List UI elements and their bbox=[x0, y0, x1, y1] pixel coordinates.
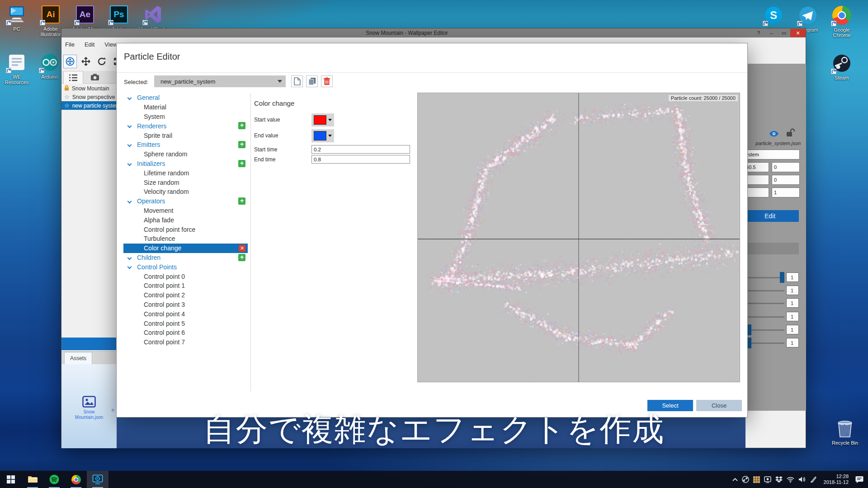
tree-item-color-change[interactable]: Color change✕ bbox=[123, 244, 248, 253]
maximize-button[interactable]: ▭ bbox=[778, 29, 790, 37]
tab-snapshot[interactable] bbox=[85, 71, 105, 84]
start-time-input[interactable] bbox=[311, 145, 410, 154]
tree-item-turbulence[interactable]: Turbulence bbox=[123, 234, 248, 244]
taskbar-file-explorer[interactable] bbox=[22, 471, 43, 488]
taskbar-spotify[interactable] bbox=[43, 471, 65, 488]
layer-item[interactable]: Snow Mountain bbox=[61, 84, 117, 93]
desktop-icon-chrome[interactable]: Google Chrome bbox=[826, 5, 858, 38]
tree-item-initializers[interactable]: Initializers+ bbox=[123, 159, 248, 169]
add-operators-button[interactable]: + bbox=[238, 197, 245, 205]
tree-item-movement[interactable]: Movement bbox=[123, 206, 248, 216]
name-field[interactable]: system bbox=[741, 150, 800, 160]
layer-item[interactable]: ☆new particle system bbox=[61, 101, 117, 110]
wallpaper-engine-tray-icon[interactable] bbox=[764, 476, 771, 483]
add-renderers-button[interactable]: + bbox=[238, 122, 245, 129]
tree-item-lifetime-random[interactable]: Lifetime random bbox=[123, 168, 248, 178]
wifi-tray-icon[interactable] bbox=[787, 477, 794, 483]
tree-item-emitters[interactable]: Emitters+ bbox=[123, 140, 248, 150]
chevron-down-icon[interactable] bbox=[127, 143, 132, 147]
slider-value[interactable]: 1 bbox=[786, 272, 799, 282]
volume-tray-icon[interactable] bbox=[798, 476, 806, 483]
menu-view[interactable]: View bbox=[104, 41, 117, 48]
minimize-button[interactable]: – bbox=[765, 29, 778, 37]
tree-item-material[interactable]: Material bbox=[123, 103, 248, 112]
end-time-input[interactable] bbox=[311, 155, 410, 164]
chevron-down-icon[interactable] bbox=[127, 161, 132, 166]
tree-item-alpha-fade[interactable]: Alpha fade bbox=[123, 215, 248, 225]
tree-item-control-point-1[interactable]: Control point 1 bbox=[123, 281, 248, 291]
edit-button[interactable]: Edit bbox=[741, 210, 799, 222]
clock[interactable]: 12:28 2018-11-12 bbox=[824, 474, 849, 485]
tree-item-size-random[interactable]: Size random bbox=[123, 178, 248, 187]
taskbar-wallpaper-engine[interactable] bbox=[87, 471, 108, 488]
tree-item-children[interactable]: Children+ bbox=[123, 253, 248, 263]
rotate-tool-button[interactable] bbox=[95, 55, 108, 68]
tree-item-control-point-3[interactable]: Control point 3 bbox=[123, 300, 248, 310]
transform-value[interactable]: 0 bbox=[772, 162, 800, 172]
app-grid-tray-icon[interactable] bbox=[753, 476, 760, 483]
start-value-color-picker[interactable] bbox=[311, 113, 334, 127]
slider-value[interactable]: 1 bbox=[786, 286, 799, 295]
window-titlebar[interactable]: Snow Mountain - Wallpaper Editor ? – ▭ ✕ bbox=[61, 28, 806, 38]
slider-value[interactable]: 1 bbox=[786, 325, 799, 334]
tree-item-renderers[interactable]: Renderers+ bbox=[123, 121, 248, 131]
tree-item-control-point-4[interactable]: Control point 4 bbox=[123, 309, 248, 319]
add-children-button[interactable]: + bbox=[238, 254, 245, 261]
desktop-icon-steam[interactable]: Steam bbox=[826, 53, 858, 80]
slider-track[interactable] bbox=[743, 303, 784, 304]
chevron-down-icon[interactable] bbox=[127, 96, 132, 100]
move-tool-button[interactable] bbox=[79, 55, 93, 68]
layer-item[interactable]: ☆Snow perspective bbox=[61, 93, 117, 101]
menu-edit[interactable]: Edit bbox=[85, 41, 94, 48]
tree-item-control-point-7[interactable]: Control point 7 bbox=[123, 338, 248, 347]
menu-file[interactable]: File bbox=[65, 41, 75, 48]
slider-track[interactable] bbox=[743, 290, 784, 291]
desktop-icon-pc[interactable]: PC bbox=[1, 5, 33, 32]
delete-system-button[interactable] bbox=[321, 75, 333, 87]
pan-tool-button[interactable] bbox=[63, 55, 77, 68]
windows-ink-tray-icon[interactable] bbox=[810, 476, 817, 483]
desktop-icon-we-resources[interactable]: WE Resources bbox=[1, 52, 33, 85]
tray-expand-icon[interactable] bbox=[732, 478, 738, 481]
desktop-icon-visualstudio[interactable]: Visual Studio bbox=[137, 5, 169, 32]
tree-item-control-point-force[interactable]: Control point force bbox=[123, 225, 248, 234]
end-value-color-picker[interactable] bbox=[311, 129, 334, 142]
tree-item-control-point-0[interactable]: Control point 0 bbox=[123, 272, 248, 281]
tree-item-system[interactable]: System bbox=[123, 112, 248, 122]
tab-layers[interactable] bbox=[63, 71, 83, 84]
unlock-icon[interactable] bbox=[785, 128, 795, 140]
new-system-button[interactable] bbox=[291, 75, 303, 87]
taskbar-start-button[interactable] bbox=[0, 471, 22, 488]
slider-handle[interactable] bbox=[780, 272, 784, 283]
action-center-icon[interactable] bbox=[855, 476, 863, 483]
add-emitters-button[interactable]: + bbox=[238, 141, 245, 148]
dropbox-tray-icon[interactable] bbox=[775, 476, 783, 483]
chevron-down-icon[interactable] bbox=[127, 265, 132, 269]
slider-track[interactable] bbox=[743, 316, 784, 318]
tree-item-operators[interactable]: Operators+ bbox=[123, 197, 248, 206]
chevron-down-icon[interactable] bbox=[127, 255, 132, 260]
transform-value[interactable]: 1 bbox=[772, 188, 800, 197]
slider-value[interactable]: 1 bbox=[786, 312, 799, 321]
tree-item-sphere-random[interactable]: Sphere random bbox=[123, 150, 248, 159]
particle-system-dropdown[interactable]: new_particle_system bbox=[154, 75, 286, 87]
close-button[interactable]: ✕ bbox=[790, 29, 806, 37]
transform-value[interactable]: 0 bbox=[772, 175, 800, 185]
tree-item-control-points[interactable]: Control Points bbox=[123, 262, 248, 272]
add-initializers-button[interactable]: + bbox=[238, 160, 245, 167]
chevron-down-icon[interactable] bbox=[127, 124, 132, 128]
particle-preview[interactable]: Particle count: 25000 / 25000 bbox=[417, 93, 740, 382]
copy-system-button[interactable] bbox=[306, 75, 318, 87]
slider-value[interactable]: 1 bbox=[786, 338, 799, 347]
steam-tray-icon[interactable] bbox=[742, 476, 749, 483]
slider-track[interactable] bbox=[743, 277, 784, 278]
tree-item-sprite-trail[interactable]: Sprite trail bbox=[123, 131, 248, 140]
chevron-down-icon[interactable] bbox=[127, 199, 132, 203]
visibility-eye-icon[interactable] bbox=[769, 131, 779, 139]
tree-item-control-point-2[interactable]: Control point 2 bbox=[123, 291, 248, 300]
slider-value[interactable]: 1 bbox=[786, 298, 799, 308]
tree-item-control-point-6[interactable]: Control point 6 bbox=[123, 328, 248, 338]
tree-item-velocity-random[interactable]: Velocity random bbox=[123, 187, 248, 197]
remove-operator-button[interactable]: ✕ bbox=[239, 245, 245, 252]
tab-assets[interactable]: Assets bbox=[64, 352, 92, 364]
